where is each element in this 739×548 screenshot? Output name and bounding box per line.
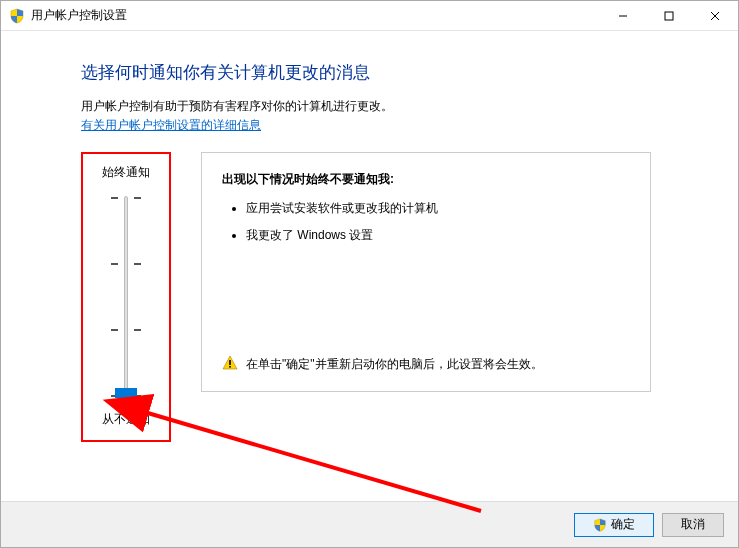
warning-text: 在单击"确定"并重新启动你的电脑后，此设置将会生效。 xyxy=(246,355,543,373)
slider-thumb[interactable] xyxy=(115,388,137,398)
info-panel-title: 出现以下情况时始终不要通知我: xyxy=(222,171,630,188)
window-title: 用户帐户控制设置 xyxy=(31,7,127,24)
info-item: 应用尝试安装软件或更改我的计算机 xyxy=(246,200,630,217)
help-link[interactable]: 有关用户帐户控制设置的详细信息 xyxy=(81,117,261,134)
cancel-button-label: 取消 xyxy=(681,516,705,533)
maximize-button[interactable] xyxy=(646,1,692,31)
window-controls xyxy=(600,1,738,31)
titlebar: 用户帐户控制设置 xyxy=(1,1,738,31)
slider-label-top: 始终通知 xyxy=(102,164,150,181)
content-area: 选择何时通知你有关计算机更改的消息 用户帐户控制有助于预防有害程序对你的计算机进… xyxy=(1,31,738,442)
page-subtext: 用户帐户控制有助于预防有害程序对你的计算机进行更改。 xyxy=(81,98,738,115)
slider-container: 始终通知 从不通知 xyxy=(81,152,171,442)
slider-label-bottom: 从不通知 xyxy=(102,411,150,428)
minimize-button[interactable] xyxy=(600,1,646,31)
footer: 确定 取消 xyxy=(1,501,738,547)
ok-button-label: 确定 xyxy=(611,516,635,533)
page-heading: 选择何时通知你有关计算机更改的消息 xyxy=(81,61,738,84)
warning-row: 在单击"确定"并重新启动你的电脑后，此设置将会生效。 xyxy=(222,355,630,373)
ok-button[interactable]: 确定 xyxy=(574,513,654,537)
main-area: 始终通知 从不通知 出现以下情况时始终不要通知我: 应用尝试安装软件或更改我的计… xyxy=(81,152,738,442)
uac-shield-icon xyxy=(9,8,25,24)
uac-shield-icon xyxy=(593,518,607,532)
svg-rect-1 xyxy=(665,12,673,20)
svg-rect-5 xyxy=(229,366,231,368)
info-panel: 出现以下情况时始终不要通知我: 应用尝试安装软件或更改我的计算机 我更改了 Wi… xyxy=(201,152,651,392)
info-item: 我更改了 Windows 设置 xyxy=(246,227,630,244)
cancel-button[interactable]: 取消 xyxy=(662,513,724,537)
svg-rect-4 xyxy=(229,360,231,365)
notification-slider[interactable] xyxy=(101,191,151,401)
close-button[interactable] xyxy=(692,1,738,31)
warning-icon xyxy=(222,355,238,371)
